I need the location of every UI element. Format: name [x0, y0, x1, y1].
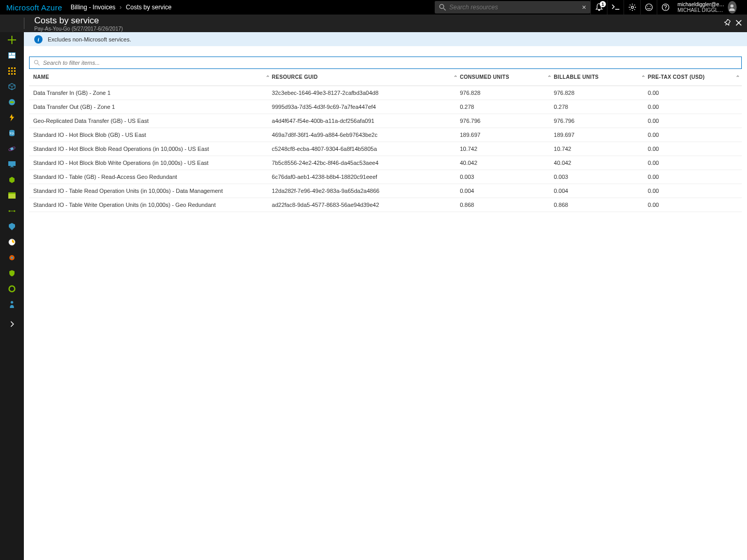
svg-point-57: [649, 6, 651, 7]
cell-billable: 40.042: [554, 156, 648, 170]
dashboard-icon[interactable]: [0, 48, 24, 63]
svg-rect-9: [8, 67, 10, 69]
top-actions: 1 michaeldiggler@ex… MICHAEL DIGGLER (DE…: [590, 0, 741, 15]
cell-billable: 0.278: [554, 100, 648, 114]
svg-line-52: [634, 9, 634, 10]
new-resource-icon[interactable]: [0, 32, 24, 48]
globe-icon[interactable]: [0, 94, 24, 110]
cell-consumed: 0.004: [460, 184, 554, 198]
svg-marker-37: [9, 223, 15, 230]
svg-rect-12: [8, 71, 10, 72]
cloud-shell-icon[interactable]: [607, 0, 624, 15]
svg-rect-16: [11, 73, 13, 75]
svg-point-40: [11, 257, 13, 259]
cell-name: Standard IO - Hot Block Blob Read Operat…: [29, 142, 272, 156]
svg-point-43: [440, 5, 444, 9]
table-row[interactable]: Data Transfer In (GB) - Zone 132c3ebec-1…: [29, 86, 742, 100]
aad-icon[interactable]: [0, 219, 24, 234]
feedback-smile-icon[interactable]: [640, 0, 657, 15]
monitor-icon[interactable]: [0, 234, 24, 250]
cell-guid: 9995d93a-7d35-4d3f-9c69-7a7fea447ef4: [272, 100, 460, 114]
cell-consumed: 189.697: [460, 128, 554, 142]
clear-search-icon[interactable]: ×: [582, 3, 586, 11]
user-directory: MICHAEL DIGGLER (DEF…: [677, 7, 725, 13]
cell-billable: 976.828: [554, 86, 648, 100]
cell-billable: 10.742: [554, 142, 648, 156]
col-header-cost[interactable]: PRE-TAX COST (USD)⌃: [648, 69, 742, 86]
content-pane: i Excludes non-Microsoft services. NAME⌃…: [24, 32, 747, 560]
support-icon[interactable]: [0, 297, 24, 312]
filter-input[interactable]: [43, 60, 737, 66]
col-header-billable[interactable]: BILLABLE UNITS⌃: [554, 69, 648, 86]
cell-guid: 7b5c8556-24e2-42bc-8f46-da45ac53aee4: [272, 156, 460, 170]
table-row[interactable]: Standard IO - Hot Block Blob (GB) - US E…: [29, 128, 742, 142]
vm-icon[interactable]: [0, 157, 24, 172]
cell-billable: 0.868: [554, 198, 648, 212]
svg-point-55: [645, 4, 652, 11]
breadcrumb-billing[interactable]: Billing - Invoices: [71, 4, 116, 11]
table-row[interactable]: Standard IO - Table (GB) - Read-Access G…: [29, 170, 742, 184]
user-account[interactable]: michaeldiggler@ex… MICHAEL DIGGLER (DEF…: [673, 1, 741, 13]
cost-icon[interactable]: [0, 281, 24, 297]
svg-point-46: [631, 6, 633, 8]
cosmos-icon[interactable]: [0, 141, 24, 157]
svg-rect-17: [14, 73, 16, 75]
svg-rect-13: [11, 71, 13, 72]
notifications-icon[interactable]: 1: [590, 0, 607, 15]
cell-name: Data Transfer In (GB) - Zone 1: [29, 86, 272, 100]
cell-consumed: 0.003: [460, 170, 554, 184]
col-header-consumed[interactable]: CONSUMED UNITS⌃: [460, 69, 554, 86]
svg-point-56: [647, 6, 648, 7]
chevron-right-icon: ›: [120, 4, 122, 11]
table-row[interactable]: Standard IO - Table Read Operation Units…: [29, 184, 742, 198]
table-row[interactable]: Geo-Replicated Data Transfer (GB) - US E…: [29, 114, 742, 128]
more-services-icon[interactable]: [0, 316, 24, 332]
cell-guid: 6c76daf0-aeb1-4238-b8b4-18820c91eeef: [272, 170, 460, 184]
function-icon[interactable]: [0, 110, 24, 125]
search-input[interactable]: [449, 4, 582, 11]
cell-billable: 0.004: [554, 184, 648, 198]
brand-logo[interactable]: Microsoft Azure: [6, 3, 62, 12]
table-row[interactable]: Standard IO - Table Write Operation Unit…: [29, 198, 742, 212]
balancer-icon[interactable]: [0, 172, 24, 188]
table-row[interactable]: Standard IO - Hot Block Blob Read Operat…: [29, 142, 742, 156]
cell-guid: 12da282f-7e96-49e2-983a-9a65da2a4866: [272, 184, 460, 198]
breadcrumb-costs[interactable]: Costs by service: [126, 4, 172, 11]
sort-icon: ⌃: [641, 74, 645, 80]
grid-icon[interactable]: [0, 63, 24, 79]
advisor-icon[interactable]: [0, 250, 24, 265]
svg-line-54: [634, 5, 634, 5]
filter-box[interactable]: [29, 57, 742, 69]
col-header-name[interactable]: NAME⌃: [29, 69, 272, 86]
cell-consumed: 976.796: [460, 114, 554, 128]
cell-consumed: 0.278: [460, 100, 554, 114]
cell-billable: 976.796: [554, 114, 648, 128]
svg-rect-30: [10, 167, 14, 167]
avatar-icon: [728, 1, 737, 13]
cell-name: Standard IO - Hot Block Blob (GB) - US E…: [29, 128, 272, 142]
cell-guid: ad22fac8-9da5-4577-8683-56ae94d39e42: [272, 198, 460, 212]
filter-search-icon: [34, 60, 40, 66]
sql-database-icon[interactable]: SQL: [0, 125, 24, 141]
svg-rect-8: [9, 55, 15, 58]
help-icon[interactable]: [657, 0, 673, 15]
table-row[interactable]: Standard IO - Hot Block Blob Write Opera…: [29, 156, 742, 170]
svg-point-63: [34, 60, 38, 64]
network-icon[interactable]: [0, 203, 24, 219]
cell-cost: 0.00: [648, 86, 742, 100]
cell-cost: 0.00: [648, 128, 742, 142]
storage-icon[interactable]: [0, 188, 24, 203]
svg-rect-29: [11, 166, 13, 167]
col-header-guid[interactable]: RESOURCE GUID⌃: [272, 69, 460, 86]
security-icon[interactable]: [0, 265, 24, 281]
pin-icon[interactable]: [724, 19, 730, 28]
global-search[interactable]: ×: [435, 1, 590, 13]
settings-gear-icon[interactable]: [624, 0, 640, 15]
cube-icon[interactable]: [0, 79, 24, 94]
cell-cost: 0.00: [648, 114, 742, 128]
info-banner: i Excludes non-Microsoft services.: [24, 32, 747, 46]
cell-billable: 0.003: [554, 170, 648, 184]
close-blade-icon[interactable]: [736, 19, 742, 28]
table-row[interactable]: Data Transfer Out (GB) - Zone 19995d93a-…: [29, 100, 742, 114]
page-subtitle: Pay-As-You-Go (5/27/2017-6/26/2017): [34, 26, 123, 32]
